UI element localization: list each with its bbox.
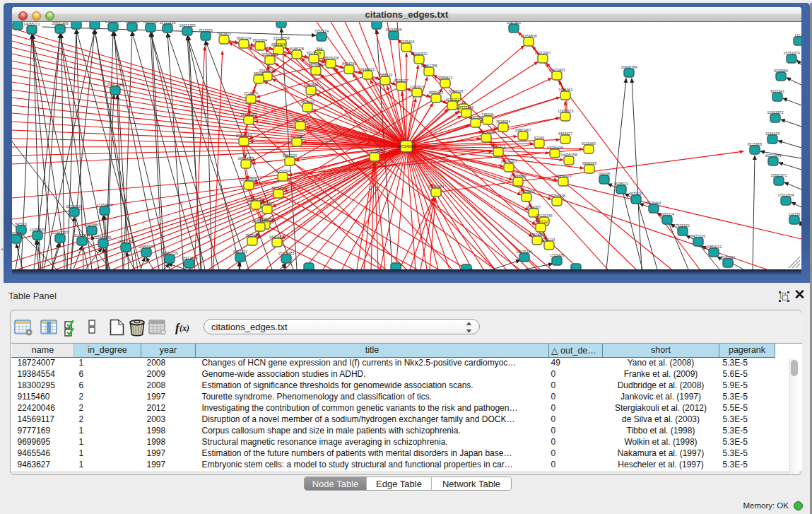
- svg-text:10961758: 10961758: [420, 64, 437, 68]
- svg-text:12505135: 12505135: [95, 235, 111, 240]
- svg-text:20364436: 20364436: [478, 130, 494, 134]
- svg-text:9242848: 9242848: [304, 83, 318, 87]
- svg-text:252214: 252214: [543, 238, 555, 242]
- svg-text:9327508: 9327508: [307, 51, 321, 55]
- svg-text:15302293: 15302293: [366, 149, 382, 153]
- svg-text:19166829: 19166829: [240, 177, 257, 182]
- svg-text:19524851: 19524851: [529, 233, 545, 237]
- svg-text:2087682: 2087682: [507, 22, 521, 25]
- svg-text:6466160: 6466160: [143, 22, 158, 24]
- svg-text:6497568: 6497568: [469, 115, 483, 119]
- svg-text:12942757: 12942757: [52, 230, 68, 235]
- svg-text:10854112: 10854112: [706, 245, 722, 249]
- svg-text:10671355: 10671355: [179, 23, 195, 28]
- svg-text:6794028: 6794028: [449, 89, 463, 93]
- svg-text:98901: 98901: [254, 71, 264, 76]
- svg-text:1615132: 1615132: [534, 220, 548, 224]
- svg-text:9463627: 9463627: [558, 132, 572, 136]
- svg-text:39159: 39159: [12, 231, 21, 235]
- svg-text:7663822: 7663822: [217, 32, 231, 36]
- svg-text:7955812: 7955812: [438, 76, 452, 80]
- svg-text:10958107: 10958107: [138, 245, 154, 249]
- svg-text:9457791: 9457791: [233, 250, 247, 254]
- svg-text:8912954: 8912954: [253, 38, 267, 42]
- svg-text:8427552: 8427552: [293, 118, 307, 122]
- svg-text:10807467: 10807467: [514, 128, 531, 132]
- svg-text:1112: 1112: [795, 33, 801, 37]
- svg-text:1244415: 1244415: [765, 132, 779, 136]
- svg-text:1733426: 1733426: [550, 253, 564, 257]
- svg-text:817006: 817006: [290, 134, 302, 139]
- svg-text:9084067: 9084067: [526, 205, 541, 209]
- svg-text:18724007: 18724007: [397, 144, 416, 148]
- svg-text:5498222: 5498222: [260, 201, 274, 206]
- svg-text:1621022: 1621022: [445, 98, 459, 102]
- svg-text:10973493: 10973493: [548, 68, 565, 72]
- svg-text:16154838: 16154838: [520, 34, 536, 38]
- svg-text:16210643: 16210643: [765, 153, 781, 158]
- svg-text:845001: 845001: [15, 222, 27, 226]
- svg-text:14495758: 14495758: [560, 153, 577, 157]
- svg-text:10719155: 10719155: [159, 22, 175, 25]
- svg-text:17359924: 17359924: [96, 203, 112, 207]
- svg-text:12213362: 12213362: [240, 112, 257, 117]
- svg-text:10756928: 10756928: [548, 194, 565, 198]
- svg-text:14914479: 14914479: [269, 235, 285, 239]
- svg-text:3875685: 3875685: [309, 63, 323, 67]
- svg-text:15716485: 15716485: [278, 251, 294, 255]
- svg-text:2803144: 2803144: [300, 100, 314, 104]
- svg-text:164095: 164095: [598, 172, 610, 176]
- svg-text:12213967: 12213967: [534, 51, 551, 55]
- svg-text:19218506: 19218506: [385, 28, 401, 32]
- svg-text:14136141: 14136141: [516, 250, 532, 254]
- svg-text:11156829: 11156829: [30, 228, 45, 232]
- svg-text:19654925: 19654925: [237, 156, 254, 160]
- svg-text:10975867: 10975867: [83, 223, 100, 227]
- svg-text:(x): (x): [180, 323, 189, 333]
- svg-text:9327506: 9327506: [271, 42, 286, 47]
- svg-text:12923446: 12923446: [181, 256, 197, 260]
- svg-text:16648784: 16648784: [620, 65, 637, 69]
- svg-text:8454749: 8454749: [342, 62, 356, 66]
- svg-text:16120746: 16120746: [536, 214, 552, 218]
- svg-text:16640910: 16640910: [411, 52, 427, 56]
- svg-text:14055721: 14055721: [23, 22, 40, 26]
- svg-text:16782759: 16782759: [161, 251, 177, 255]
- svg-text:1527602: 1527602: [125, 22, 139, 23]
- svg-text:13226058: 13226058: [273, 36, 289, 40]
- svg-text:9115460: 9115460: [582, 141, 596, 146]
- svg-text:19384554: 19384554: [428, 185, 444, 189]
- svg-text:45: 45: [461, 100, 466, 105]
- svg-text:11353594: 11353594: [275, 169, 291, 173]
- svg-text:20691406: 20691406: [52, 22, 68, 25]
- svg-text:10543382: 10543382: [261, 52, 278, 57]
- svg-text:11325419: 11325419: [399, 40, 415, 44]
- svg-text:6899695: 6899695: [582, 161, 596, 165]
- svg-text:28676038: 28676038: [322, 56, 339, 60]
- svg-text:7357224: 7357224: [314, 29, 329, 33]
- svg-text:15751074: 15751074: [783, 51, 799, 55]
- svg-text:9245052: 9245052: [721, 255, 735, 259]
- svg-text:2718176: 2718176: [244, 91, 258, 95]
- svg-text:12093872: 12093872: [767, 110, 783, 115]
- svg-text:62160: 62160: [534, 136, 545, 140]
- svg-text:3624554: 3624554: [496, 119, 510, 124]
- svg-text:8990443: 8990443: [429, 90, 443, 95]
- svg-text:7386372: 7386372: [491, 144, 505, 148]
- svg-text:29053346: 29053346: [107, 83, 123, 87]
- svg-text:8215958: 8215958: [748, 142, 762, 146]
- svg-text:8471626: 8471626: [691, 234, 705, 238]
- svg-text:7485063: 7485063: [558, 88, 572, 92]
- svg-text:10653267: 10653267: [105, 22, 121, 23]
- svg-text:9146821: 9146821: [360, 67, 375, 71]
- svg-text:10025438: 10025438: [546, 146, 563, 150]
- svg-text:6879197: 6879197: [629, 192, 643, 196]
- svg-text:1588520: 1588520: [378, 73, 392, 77]
- svg-text:10107554: 10107554: [235, 134, 252, 138]
- svg-text:8678332: 8678332: [271, 186, 286, 190]
- svg-text:8322037: 8322037: [394, 78, 408, 83]
- svg-text:8938923: 8938923: [614, 182, 628, 186]
- svg-text:18307249: 18307249: [518, 189, 534, 194]
- svg-text:15692971: 15692971: [770, 173, 787, 177]
- svg-text:13654923: 13654923: [555, 174, 571, 178]
